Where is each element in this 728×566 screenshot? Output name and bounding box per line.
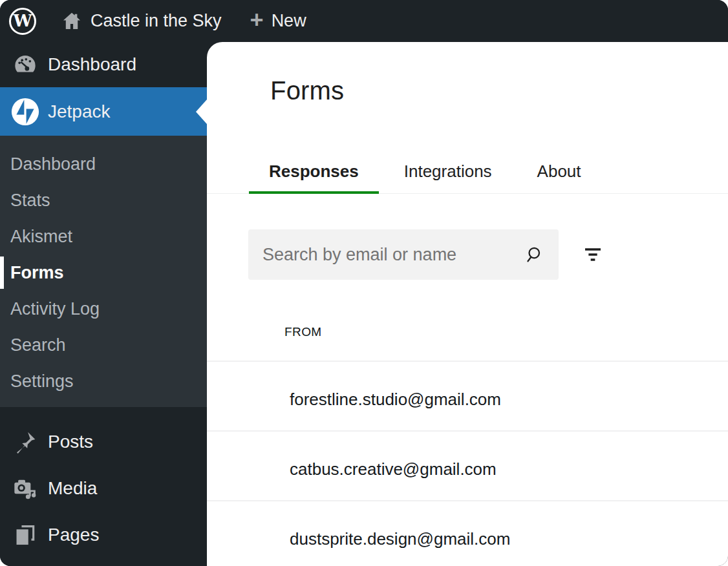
pushpin-icon — [10, 430, 40, 454]
submenu-item-settings[interactable]: Settings — [0, 363, 207, 399]
submenu-item-akismet[interactable]: Akismet — [0, 218, 207, 255]
sidebar-item-pages[interactable]: Pages — [0, 512, 207, 558]
submenu-item-activity-log[interactable]: Activity Log — [0, 291, 207, 327]
site-home-link[interactable] — [61, 10, 83, 32]
response-row[interactable]: forestline.studio@gmail.com — [207, 361, 728, 430]
tab-about[interactable]: About — [517, 150, 601, 193]
dashboard-gauge-icon — [10, 52, 40, 78]
plus-icon: + — [250, 8, 264, 32]
wordpress-admin-window: W Castle in the Sky + New — [0, 0, 728, 566]
admin-sidebar: Dashboard Jetpack Dashboard Stats Akisme… — [0, 42, 207, 566]
sidebar-item-jetpack[interactable]: Jetpack — [0, 87, 207, 136]
search-input[interactable] — [248, 229, 559, 280]
filter-icon — [583, 244, 603, 265]
sidebar-lower-section: Posts Media — [0, 407, 207, 558]
search-icon[interactable] — [524, 245, 543, 264]
active-menu-arrow — [196, 100, 207, 124]
page-title: Forms — [270, 78, 728, 103]
responses-table: forestline.studio@gmail.com catbus.creat… — [207, 361, 728, 566]
media-icon — [10, 476, 40, 501]
response-email: dustsprite.design@gmail.com — [290, 529, 510, 549]
sidebar-item-posts[interactable]: Posts — [0, 419, 207, 465]
sidebar-item-label: Dashboard — [48, 54, 136, 75]
submenu-item-forms[interactable]: Forms — [0, 255, 207, 291]
sidebar-item-media[interactable]: Media — [0, 465, 207, 512]
response-row[interactable]: dustsprite.design@gmail.com — [207, 500, 728, 566]
tab-responses[interactable]: Responses — [249, 150, 379, 193]
sidebar-item-label: Posts — [48, 432, 93, 452]
submenu-item-stats[interactable]: Stats — [0, 182, 207, 218]
search-box — [248, 229, 559, 280]
responses-toolbar — [248, 229, 728, 280]
response-row[interactable]: catbus.creative@gmail.com — [207, 430, 728, 500]
forms-tab-bar: Responses Integrations About — [207, 150, 728, 194]
column-header-from: FROM — [284, 325, 322, 339]
tab-integrations[interactable]: Integrations — [384, 150, 512, 193]
wordpress-logo-icon[interactable]: W — [9, 8, 36, 35]
sidebar-item-label: Media — [48, 478, 97, 499]
sidebar-item-label: Jetpack — [48, 101, 111, 122]
jetpack-submenu: Dashboard Stats Akismet Forms Activity L… — [0, 136, 207, 407]
forms-content-panel: Forms Responses Integrations About — [207, 42, 728, 566]
response-email: forestline.studio@gmail.com — [290, 390, 501, 410]
responses-table-header: FROM — [207, 280, 728, 361]
site-name-link[interactable]: Castle in the Sky — [91, 11, 222, 31]
sidebar-item-dashboard[interactable]: Dashboard — [0, 42, 207, 87]
jetpack-icon — [10, 97, 40, 127]
new-label: New — [272, 11, 306, 31]
submenu-item-dashboard[interactable]: Dashboard — [0, 146, 207, 182]
new-content-button[interactable]: + New — [250, 11, 306, 32]
response-email: catbus.creative@gmail.com — [290, 459, 497, 479]
filter-button[interactable] — [580, 242, 606, 267]
admin-top-bar: W Castle in the Sky + New — [0, 0, 728, 42]
sidebar-item-label: Pages — [48, 525, 99, 545]
pages-icon — [10, 523, 40, 547]
home-icon — [61, 10, 83, 32]
submenu-item-search[interactable]: Search — [0, 327, 207, 363]
